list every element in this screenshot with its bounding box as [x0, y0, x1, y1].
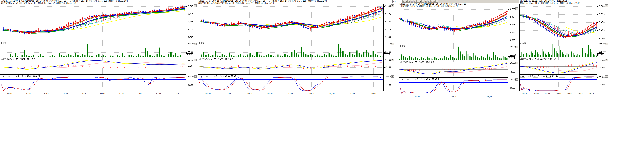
macd-scale-dropdown-button[interactable]: ▼: [605, 59, 608, 61]
chart-canvas[interactable]: [0, 4, 186, 91]
time-axis: 06/0706/0806/09: [399, 94, 508, 98]
time-axis-label: 06/08: [266, 93, 274, 95]
stoch-scale-dropdown-button[interactable]: ▼: [605, 75, 608, 78]
axis-tick-label: 29.00: [599, 60, 604, 62]
axis-tick-label: -2.00: [385, 66, 391, 68]
axis-tick: [384, 44, 385, 44]
axis-tick: [384, 67, 385, 68]
time-axis-label: 16:30: [543, 93, 551, 95]
axis-tick-label: 40.00: [188, 84, 194, 86]
axis-tick: [384, 6, 385, 7]
toolbar-button[interactable]: ▩: [408, 0, 410, 3]
time-axis: 06/0910:4012:0013:2014:4017:2018:4020:00…: [0, 91, 186, 95]
time-axis-label: 22:40: [173, 93, 181, 95]
chart-canvas[interactable]: [198, 4, 384, 91]
axis-tick: [508, 63, 509, 63]
volume-label: 出来高: [400, 45, 405, 47]
toolbar-button[interactable]: ◫: [411, 0, 413, 3]
toolbar-button[interactable]: ▾: [436, 0, 438, 3]
toolbar-button[interactable]: ↕: [430, 0, 433, 3]
stochastics-label: スロー・ストキャスティクス( 14, 3, 80, 20 ): [520, 75, 559, 77]
toolbar-button[interactable]: ▭: [416, 0, 419, 3]
toolbar-field[interactable]: [392, 0, 402, 3]
axis-tick: [597, 52, 598, 52]
axis-tick: [508, 40, 509, 41]
time-axis-label: 17:20: [98, 93, 106, 95]
price-scale-dropdown-button[interactable]: ▼: [194, 5, 196, 7]
toolbar-button[interactable]: ◨: [419, 0, 422, 3]
panel-header-line2: 移動平均( Close, 5 ) 移動平均( Close, 40 ) 移動平均(…: [198, 2, 383, 4]
axis-tick: [597, 84, 598, 85]
time-axis-label: 20:00: [369, 93, 378, 95]
time-axis-label: 12:00: [42, 93, 51, 95]
stochastics-label: スロー・ストキャスティクス( 14, 3, 80, 20 ): [1, 75, 40, 77]
axis-tick: [384, 22, 385, 22]
toolbar-button[interactable]: ◧: [422, 0, 424, 3]
axis-tick: [597, 44, 598, 44]
axis-tick-label: 9,445: [188, 21, 194, 23]
axis-tick: [186, 77, 187, 77]
chart-panel-5min: 日経225mini 11/09( 5分, 2011/06/06 - 2011/0…: [0, 0, 198, 96]
time-axis-label: 13:20: [61, 93, 69, 95]
chart-panel-30min: 日経225mini 11/09( 30分, 2011/06/01 - 2011/…: [399, 3, 520, 99]
chart-canvas[interactable]: [399, 7, 508, 94]
axis-tick-label: 19.00: [385, 59, 391, 61]
axis-tick-label: 9,475: [510, 16, 515, 18]
time-axis-label: 06/07: [204, 93, 212, 95]
axis-tick: [186, 30, 187, 30]
axis-tick: [384, 30, 385, 30]
price-scale-dropdown-button[interactable]: ▼: [391, 5, 394, 7]
volume-multiplier-badge: × 100: [384, 53, 390, 56]
axis-tick: [508, 9, 509, 10]
chart-panel-15min: 日経225mini 11/09( 15分, 2011/06/01 - 2011/…: [198, 0, 395, 96]
axis-tick: [384, 52, 385, 53]
time-axis-label: 20:00: [136, 93, 144, 95]
stochastics-label: スロー・ストキャスティクス( 14, 3, 80, 20 ): [198, 75, 238, 77]
axis-tick-label: 100.00: [188, 76, 194, 78]
axis-tick: [186, 6, 187, 7]
toolbar-button[interactable]: ▤: [402, 0, 405, 3]
axis-tick-label: 9,445: [385, 21, 391, 23]
toolbar-button[interactable]: —: [433, 0, 436, 3]
chart-canvas[interactable]: [520, 4, 597, 91]
toolbar-button[interactable]: ▣: [425, 0, 427, 3]
axis-tick-label: 100.00: [385, 76, 392, 78]
toolbar-button[interactable]: ⊞: [414, 0, 416, 3]
axis-tick: [597, 61, 598, 61]
axis-tick-label: 465.00: [599, 43, 606, 45]
axis-tick-label: 65.00: [188, 52, 194, 53]
axis-tick: [384, 37, 385, 38]
macd-label: 移動平均( Close, 75 ) MACD( 12, 26, 9 ): [520, 58, 556, 60]
axis-tick: [597, 77, 598, 78]
price-scale-dropdown-button[interactable]: ▼: [516, 8, 518, 10]
time-axis-label: 20:00: [245, 93, 254, 95]
panel-header-line2: 移動平均( Close, 5 ) 移動平均( Close, 40 ) 移動平均(…: [0, 2, 186, 4]
time-axis-label: 14:40: [80, 93, 88, 95]
value-axis: ▼ ▼ ▼ ▼ × 100 9,5059,4759,4459,4159,3852…: [384, 4, 395, 91]
value-axis: ▼ ▼ ▼ ▼ × 100 9,5059,4759,4459,4159,3851…: [186, 4, 198, 91]
time-axis-label: 16:30: [588, 93, 596, 95]
axis-tick-label: -8.00: [599, 67, 604, 69]
panel-header-line1: 日経225mini 11/09( 15分, 2011/06/01 - 2011/…: [198, 0, 383, 2]
macd-scale-dropdown-button[interactable]: ▼: [391, 59, 394, 61]
time-axis-label: 12:00: [225, 93, 233, 95]
axis-tick-label: 180.00: [188, 43, 194, 45]
axis-tick-label: 280.00: [510, 46, 516, 48]
axis-tick: [186, 44, 187, 44]
macd-scale-dropdown-button[interactable]: ▼: [194, 59, 196, 61]
axis-tick-label: 45.00: [599, 84, 604, 85]
axis-tick-label: 100.00: [510, 79, 516, 81]
axis-tick-label: 95.00: [599, 76, 604, 78]
toolbar-button[interactable]: ▦: [405, 0, 408, 3]
axis-tick-label: 9,505: [385, 6, 391, 7]
axis-tick-label: 215.00: [385, 43, 392, 45]
time-axis-label: 10:40: [24, 93, 32, 95]
macd-label: 移動平均( Close, 75 ) MACD( 12, 26, 9 ): [198, 58, 234, 60]
time-axis-label: 12:00: [348, 93, 357, 95]
macd-scale-dropdown-button[interactable]: ▼: [516, 62, 518, 64]
axis-tick-label: 9,475: [385, 13, 391, 15]
axis-tick: [508, 80, 509, 80]
toolbar-button[interactable]: ↔: [428, 0, 430, 3]
time-axis-label: 20:00: [307, 93, 316, 95]
price-scale-dropdown-button[interactable]: ▼: [605, 5, 608, 7]
